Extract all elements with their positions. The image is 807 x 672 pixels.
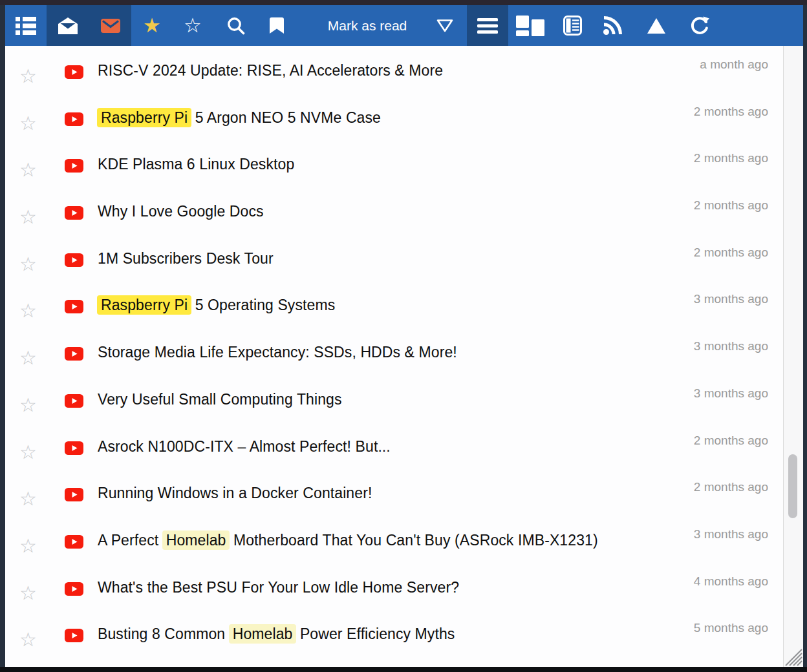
item-date: a month ago	[700, 58, 768, 72]
star-outline-icon[interactable]: ☆	[19, 255, 37, 274]
star-outline-icon[interactable]: ☆	[19, 67, 37, 86]
item-date: 2 months ago	[694, 105, 768, 119]
scrollbar-track[interactable]	[783, 46, 803, 667]
list-item[interactable]: ☆ Very Useful Small Computing Things 3 m…	[5, 375, 784, 423]
youtube-icon	[65, 300, 83, 313]
list-item[interactable]: ☆ Asrock N100DC-ITX – Almost Perfect! Bu…	[5, 423, 784, 470]
item-title: KDE Plasma 6 Linux Desktop	[98, 156, 294, 173]
youtube-icon	[65, 206, 83, 220]
star-outline-icon: ☆	[184, 16, 202, 36]
list-item[interactable]: ☆ Raspberry Pi 5 Argon NEO 5 NVMe Case 2…	[5, 94, 784, 141]
item-date: 3 months ago	[694, 339, 768, 353]
item-title: Asrock N100DC-ITX – Almost Perfect! But.…	[98, 438, 391, 456]
toolbar: ★ ☆ Mark as read	[5, 5, 803, 46]
article-pane-button[interactable]	[554, 5, 590, 46]
item-title: Busting 8 Common Homelab Power Efficienc…	[98, 625, 455, 643]
list-icon	[16, 17, 36, 35]
star-outline-icon[interactable]: ☆	[19, 348, 37, 368]
mark-unread-envelope-button[interactable]	[101, 19, 120, 33]
youtube-icon	[65, 253, 83, 267]
item-title: Why I Love Google Docs	[98, 203, 264, 220]
item-date: 5 months ago	[694, 621, 768, 635]
list-item[interactable]: ☆ Busting 8 Common Homelab Power Efficie…	[5, 610, 784, 657]
item-title: Raspberry Pi 5 Operating Systems	[98, 297, 335, 314]
youtube-icon	[65, 159, 83, 173]
item-date: 2 months ago	[694, 480, 768, 494]
triangle-up-icon	[647, 17, 666, 34]
refresh-icon	[689, 16, 710, 36]
unread-envelope-icon	[101, 19, 120, 33]
menu-button[interactable]	[467, 5, 508, 46]
star-outline-icon[interactable]: ☆	[19, 207, 37, 227]
article-list-icon	[563, 16, 582, 36]
window-frame-bottom	[0, 667, 807, 672]
list-item[interactable]: ☆ RISC-V 2024 Update: RISE, AI Accelerat…	[5, 47, 784, 94]
list-item[interactable]: ☆ A Perfect Homelab Motherboard That You…	[5, 516, 784, 563]
youtube-icon	[65, 347, 83, 361]
item-title: Raspberry Pi 5 Argon NEO 5 NVMe Case	[98, 109, 381, 127]
youtube-icon	[65, 394, 83, 408]
star-outline-icon[interactable]: ☆	[19, 583, 37, 603]
star-outline-icon[interactable]: ☆	[19, 489, 37, 509]
refresh-button[interactable]	[682, 5, 718, 46]
item-date: 4 months ago	[694, 574, 768, 589]
item-title: Running Windows in a Docker Container!	[98, 485, 372, 502]
list-item[interactable]: ☆ Storage Media Life Expectancy: SSDs, H…	[5, 328, 784, 375]
subscribe-feed-button[interactable]	[594, 5, 630, 46]
star-filled-icon: ★	[143, 16, 161, 36]
youtube-icon	[65, 112, 83, 126]
list-item[interactable]: ☆ Why I Love Google Docs 2 months ago	[5, 187, 784, 235]
list-item[interactable]: ☆ KDE Plasma 6 Linux Desktop 2 months ag…	[5, 140, 784, 187]
unflag-star-button[interactable]: ☆	[175, 5, 211, 46]
star-outline-icon[interactable]: ☆	[19, 536, 37, 556]
list-item[interactable]: ☆ What's the Best PSU For Your Low Idle …	[5, 563, 784, 611]
star-outline-icon[interactable]: ☆	[19, 395, 37, 415]
rss-icon	[603, 16, 622, 36]
read-filter-group	[47, 5, 131, 46]
list-item[interactable]: ☆ Running Windows in a Docker Container!…	[5, 469, 784, 516]
youtube-icon	[65, 488, 83, 501]
dropdown-triangle-icon	[436, 19, 454, 33]
star-outline-icon[interactable]: ☆	[19, 114, 37, 133]
item-date: 2 months ago	[694, 198, 768, 213]
item-date: 3 months ago	[694, 527, 768, 541]
search-button[interactable]	[217, 5, 253, 46]
resize-grip[interactable]	[780, 644, 802, 666]
youtube-icon	[65, 65, 83, 79]
mark-read-envelope-button[interactable]	[58, 17, 78, 34]
bookmark-button[interactable]	[259, 5, 295, 46]
star-outline-icon[interactable]: ☆	[19, 160, 37, 180]
item-title: RISC-V 2024 Update: RISE, AI Accelerator…	[98, 62, 443, 79]
article-rows: ☆ RISC-V 2024 Update: RISE, AI Accelerat…	[5, 47, 784, 657]
star-outline-icon[interactable]: ☆	[19, 630, 37, 649]
item-date: 3 months ago	[694, 292, 768, 306]
youtube-icon	[65, 629, 83, 642]
item-date: 2 months ago	[694, 246, 768, 260]
mark-as-read-button[interactable]: Mark as read	[296, 5, 438, 46]
list-item[interactable]: ☆ 1M Subscribers Desk Tour 2 months ago	[5, 235, 784, 282]
scroll-to-top-button[interactable]	[638, 5, 674, 46]
scrollbar-thumb[interactable]	[788, 454, 797, 518]
feed-reader-window: ★ ☆ Mark as read	[5, 5, 803, 667]
list-item[interactable]: ☆ Raspberry Pi 5 Operating Systems 3 mon…	[5, 281, 784, 328]
youtube-icon	[65, 535, 83, 549]
item-title: What's the Best PSU For Your Low Idle Ho…	[98, 579, 459, 596]
youtube-icon	[65, 441, 83, 455]
item-date: 2 months ago	[694, 434, 768, 448]
item-title: A Perfect Homelab Motherboard That You C…	[98, 532, 598, 549]
bookmark-icon	[269, 17, 285, 34]
item-title: Storage Media Life Expectancy: SSDs, HDD…	[98, 344, 457, 361]
item-date: 3 months ago	[694, 386, 768, 401]
flag-starred-button[interactable]: ★	[134, 5, 170, 46]
star-outline-icon[interactable]: ☆	[19, 301, 37, 320]
list-view-button[interactable]	[8, 5, 44, 46]
layout-grid-icon	[516, 16, 544, 36]
layout-view-button[interactable]	[510, 5, 551, 46]
star-outline-icon[interactable]: ☆	[19, 443, 37, 462]
mark-as-read-label: Mark as read	[328, 18, 407, 34]
mark-read-dropdown-button[interactable]	[427, 5, 463, 46]
search-icon	[226, 16, 245, 35]
menu-icon	[477, 17, 498, 34]
open-envelope-icon	[58, 17, 78, 34]
article-list: ☆ RISC-V 2024 Update: RISE, AI Accelerat…	[5, 46, 803, 667]
